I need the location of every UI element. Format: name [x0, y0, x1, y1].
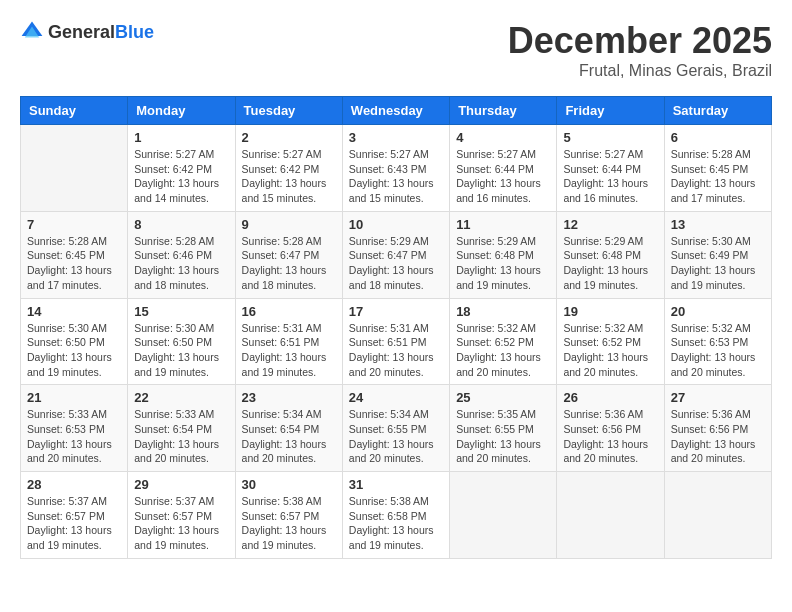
day-info: Sunrise: 5:34 AM Sunset: 6:55 PM Dayligh… [349, 407, 443, 466]
day-info: Sunrise: 5:28 AM Sunset: 6:45 PM Dayligh… [671, 147, 765, 206]
calendar-cell: 29Sunrise: 5:37 AM Sunset: 6:57 PM Dayli… [128, 472, 235, 559]
logo-text-general: General [48, 22, 115, 42]
day-number: 19 [563, 304, 657, 319]
calendar-cell: 30Sunrise: 5:38 AM Sunset: 6:57 PM Dayli… [235, 472, 342, 559]
title-area: December 2025 Frutal, Minas Gerais, Braz… [508, 20, 772, 80]
page-header: GeneralBlue December 2025 Frutal, Minas … [20, 20, 772, 80]
month-title: December 2025 [508, 20, 772, 62]
logo: GeneralBlue [20, 20, 154, 44]
day-info: Sunrise: 5:34 AM Sunset: 6:54 PM Dayligh… [242, 407, 336, 466]
week-row-4: 28Sunrise: 5:37 AM Sunset: 6:57 PM Dayli… [21, 472, 772, 559]
day-number: 2 [242, 130, 336, 145]
day-number: 12 [563, 217, 657, 232]
day-number: 27 [671, 390, 765, 405]
day-number: 9 [242, 217, 336, 232]
day-number: 22 [134, 390, 228, 405]
day-number: 31 [349, 477, 443, 492]
day-info: Sunrise: 5:33 AM Sunset: 6:53 PM Dayligh… [27, 407, 121, 466]
day-info: Sunrise: 5:30 AM Sunset: 6:49 PM Dayligh… [671, 234, 765, 293]
calendar-cell: 10Sunrise: 5:29 AM Sunset: 6:47 PM Dayli… [342, 211, 449, 298]
day-info: Sunrise: 5:37 AM Sunset: 6:57 PM Dayligh… [27, 494, 121, 553]
day-number: 28 [27, 477, 121, 492]
week-row-3: 21Sunrise: 5:33 AM Sunset: 6:53 PM Dayli… [21, 385, 772, 472]
day-number: 24 [349, 390, 443, 405]
calendar-cell: 16Sunrise: 5:31 AM Sunset: 6:51 PM Dayli… [235, 298, 342, 385]
day-number: 11 [456, 217, 550, 232]
calendar-cell: 31Sunrise: 5:38 AM Sunset: 6:58 PM Dayli… [342, 472, 449, 559]
day-number: 15 [134, 304, 228, 319]
day-info: Sunrise: 5:37 AM Sunset: 6:57 PM Dayligh… [134, 494, 228, 553]
calendar-cell: 26Sunrise: 5:36 AM Sunset: 6:56 PM Dayli… [557, 385, 664, 472]
calendar-cell: 8Sunrise: 5:28 AM Sunset: 6:46 PM Daylig… [128, 211, 235, 298]
weekday-header-friday: Friday [557, 97, 664, 125]
day-info: Sunrise: 5:28 AM Sunset: 6:45 PM Dayligh… [27, 234, 121, 293]
calendar-cell: 22Sunrise: 5:33 AM Sunset: 6:54 PM Dayli… [128, 385, 235, 472]
logo-text-blue: Blue [115, 22, 154, 42]
calendar-cell: 19Sunrise: 5:32 AM Sunset: 6:52 PM Dayli… [557, 298, 664, 385]
calendar-cell: 23Sunrise: 5:34 AM Sunset: 6:54 PM Dayli… [235, 385, 342, 472]
day-info: Sunrise: 5:32 AM Sunset: 6:53 PM Dayligh… [671, 321, 765, 380]
day-info: Sunrise: 5:38 AM Sunset: 6:58 PM Dayligh… [349, 494, 443, 553]
calendar-cell: 21Sunrise: 5:33 AM Sunset: 6:53 PM Dayli… [21, 385, 128, 472]
calendar-cell [557, 472, 664, 559]
day-info: Sunrise: 5:27 AM Sunset: 6:44 PM Dayligh… [456, 147, 550, 206]
day-info: Sunrise: 5:30 AM Sunset: 6:50 PM Dayligh… [27, 321, 121, 380]
day-number: 3 [349, 130, 443, 145]
day-info: Sunrise: 5:27 AM Sunset: 6:42 PM Dayligh… [134, 147, 228, 206]
day-number: 1 [134, 130, 228, 145]
day-number: 26 [563, 390, 657, 405]
day-number: 13 [671, 217, 765, 232]
location-title: Frutal, Minas Gerais, Brazil [508, 62, 772, 80]
weekday-header-wednesday: Wednesday [342, 97, 449, 125]
day-info: Sunrise: 5:33 AM Sunset: 6:54 PM Dayligh… [134, 407, 228, 466]
day-number: 10 [349, 217, 443, 232]
calendar-cell: 20Sunrise: 5:32 AM Sunset: 6:53 PM Dayli… [664, 298, 771, 385]
weekday-header-tuesday: Tuesday [235, 97, 342, 125]
calendar-cell: 1Sunrise: 5:27 AM Sunset: 6:42 PM Daylig… [128, 125, 235, 212]
calendar-cell [664, 472, 771, 559]
day-info: Sunrise: 5:31 AM Sunset: 6:51 PM Dayligh… [349, 321, 443, 380]
calendar-cell: 17Sunrise: 5:31 AM Sunset: 6:51 PM Dayli… [342, 298, 449, 385]
day-info: Sunrise: 5:27 AM Sunset: 6:42 PM Dayligh… [242, 147, 336, 206]
calendar-cell [450, 472, 557, 559]
week-row-0: 1Sunrise: 5:27 AM Sunset: 6:42 PM Daylig… [21, 125, 772, 212]
calendar-cell: 14Sunrise: 5:30 AM Sunset: 6:50 PM Dayli… [21, 298, 128, 385]
day-info: Sunrise: 5:28 AM Sunset: 6:46 PM Dayligh… [134, 234, 228, 293]
calendar-cell: 27Sunrise: 5:36 AM Sunset: 6:56 PM Dayli… [664, 385, 771, 472]
day-info: Sunrise: 5:29 AM Sunset: 6:48 PM Dayligh… [456, 234, 550, 293]
calendar-cell: 11Sunrise: 5:29 AM Sunset: 6:48 PM Dayli… [450, 211, 557, 298]
logo-icon [20, 20, 44, 44]
weekday-header-saturday: Saturday [664, 97, 771, 125]
calendar-cell: 28Sunrise: 5:37 AM Sunset: 6:57 PM Dayli… [21, 472, 128, 559]
day-number: 30 [242, 477, 336, 492]
calendar-cell [21, 125, 128, 212]
weekday-header-monday: Monday [128, 97, 235, 125]
week-row-1: 7Sunrise: 5:28 AM Sunset: 6:45 PM Daylig… [21, 211, 772, 298]
weekday-row: SundayMondayTuesdayWednesdayThursdayFrid… [21, 97, 772, 125]
day-number: 4 [456, 130, 550, 145]
calendar-cell: 12Sunrise: 5:29 AM Sunset: 6:48 PM Dayli… [557, 211, 664, 298]
day-info: Sunrise: 5:29 AM Sunset: 6:47 PM Dayligh… [349, 234, 443, 293]
day-number: 7 [27, 217, 121, 232]
calendar-cell: 4Sunrise: 5:27 AM Sunset: 6:44 PM Daylig… [450, 125, 557, 212]
calendar-header: SundayMondayTuesdayWednesdayThursdayFrid… [21, 97, 772, 125]
calendar-cell: 6Sunrise: 5:28 AM Sunset: 6:45 PM Daylig… [664, 125, 771, 212]
week-row-2: 14Sunrise: 5:30 AM Sunset: 6:50 PM Dayli… [21, 298, 772, 385]
day-number: 25 [456, 390, 550, 405]
calendar-cell: 25Sunrise: 5:35 AM Sunset: 6:55 PM Dayli… [450, 385, 557, 472]
day-number: 16 [242, 304, 336, 319]
day-info: Sunrise: 5:27 AM Sunset: 6:44 PM Dayligh… [563, 147, 657, 206]
day-info: Sunrise: 5:28 AM Sunset: 6:47 PM Dayligh… [242, 234, 336, 293]
calendar-cell: 3Sunrise: 5:27 AM Sunset: 6:43 PM Daylig… [342, 125, 449, 212]
day-info: Sunrise: 5:38 AM Sunset: 6:57 PM Dayligh… [242, 494, 336, 553]
day-info: Sunrise: 5:35 AM Sunset: 6:55 PM Dayligh… [456, 407, 550, 466]
day-info: Sunrise: 5:31 AM Sunset: 6:51 PM Dayligh… [242, 321, 336, 380]
day-info: Sunrise: 5:29 AM Sunset: 6:48 PM Dayligh… [563, 234, 657, 293]
calendar-cell: 24Sunrise: 5:34 AM Sunset: 6:55 PM Dayli… [342, 385, 449, 472]
day-number: 20 [671, 304, 765, 319]
calendar-cell: 18Sunrise: 5:32 AM Sunset: 6:52 PM Dayli… [450, 298, 557, 385]
day-info: Sunrise: 5:32 AM Sunset: 6:52 PM Dayligh… [563, 321, 657, 380]
calendar-cell: 13Sunrise: 5:30 AM Sunset: 6:49 PM Dayli… [664, 211, 771, 298]
day-number: 8 [134, 217, 228, 232]
day-number: 29 [134, 477, 228, 492]
